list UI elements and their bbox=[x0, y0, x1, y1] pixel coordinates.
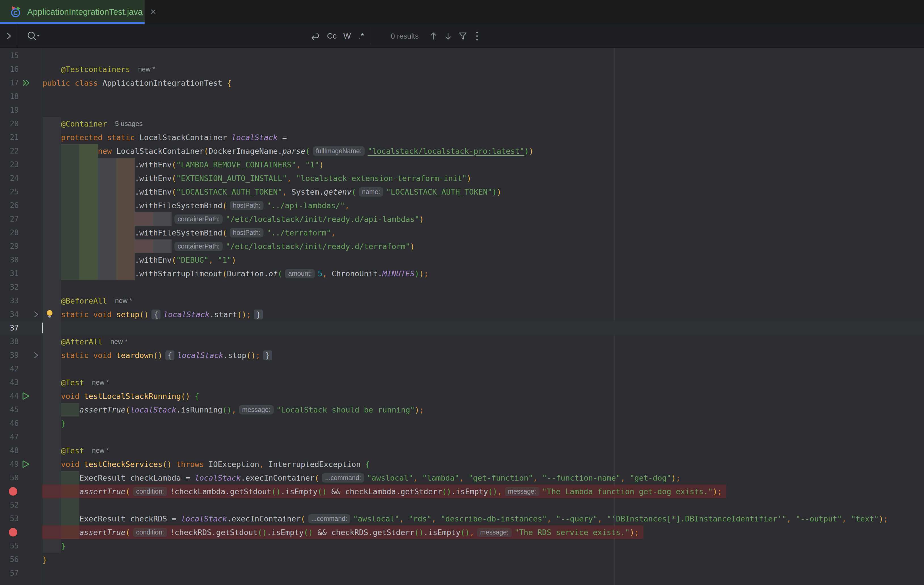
whole-words-toggle[interactable]: W bbox=[340, 24, 354, 48]
line-number[interactable]: 43 bbox=[0, 376, 19, 389]
previous-occurrence-icon[interactable] bbox=[427, 24, 440, 48]
code-line-content[interactable]: public class ApplicationIntegrationTest … bbox=[43, 76, 232, 90]
line-number[interactable]: 29 bbox=[0, 240, 19, 253]
filter-icon[interactable] bbox=[457, 24, 469, 48]
line-number[interactable]: 45 bbox=[0, 403, 19, 416]
line-number[interactable]: 57 bbox=[0, 566, 19, 580]
line-number[interactable]: 32 bbox=[0, 280, 19, 294]
folded-region[interactable]: { bbox=[165, 350, 175, 360]
match-case-toggle[interactable]: Cc bbox=[324, 24, 340, 48]
usage-hint[interactable]: new * bbox=[115, 297, 132, 305]
line-number[interactable]: 21 bbox=[0, 131, 19, 144]
code-line-content[interactable]: .withFileSystemBind(hostPath:"../api-lam… bbox=[43, 198, 350, 212]
regex-toggle[interactable]: .* bbox=[355, 24, 368, 48]
line-number[interactable]: 37 bbox=[0, 321, 19, 335]
search-icon[interactable] bbox=[26, 24, 41, 48]
run-class-button[interactable] bbox=[21, 78, 31, 88]
run-test-button[interactable] bbox=[21, 459, 31, 469]
folded-region[interactable]: } bbox=[254, 309, 263, 319]
code-line-content[interactable]: .withEnv("LAMBDA_REMOVE_CONTAINERS", "1"… bbox=[43, 158, 324, 171]
line-number[interactable]: 19 bbox=[0, 103, 19, 117]
code-line-content[interactable]: containerPath:"/etc/localstack/init/read… bbox=[43, 240, 415, 253]
code-line-content[interactable]: ExecResult checkLambda = localStack.exec… bbox=[43, 471, 680, 484]
code-line-content[interactable]: assertTrue(condition:!checkLambda.getStd… bbox=[43, 484, 722, 498]
code-line-content[interactable]: .withEnv("EXTENSION_AUTO_INSTALL", "loca… bbox=[43, 171, 471, 185]
code-line-content[interactable]: void testLocalStackRunning() { bbox=[43, 389, 200, 403]
code-line-content[interactable]: @Container5 usages bbox=[43, 117, 143, 131]
code-line-content[interactable]: @AfterAllnew * bbox=[43, 335, 127, 349]
line-number[interactable]: 18 bbox=[0, 90, 19, 103]
line-number[interactable]: 17 bbox=[0, 76, 19, 90]
line-number[interactable]: 55 bbox=[0, 539, 19, 553]
line-number[interactable]: 49 bbox=[0, 457, 19, 471]
line-number[interactable]: 44 bbox=[0, 389, 19, 403]
line-number[interactable]: 15 bbox=[0, 49, 19, 63]
code-line-content[interactable]: .withEnv("DEBUG", "1") bbox=[43, 253, 236, 267]
tab-application-integration-test[interactable]: C ApplicationIntegrationTest.java ✕ bbox=[0, 0, 145, 24]
usage-hint[interactable]: new * bbox=[138, 65, 155, 73]
code-token: "/etc/localstack/init/ready.d/terraform" bbox=[226, 242, 410, 251]
code-line-content[interactable]: void testCheckServices() throws IOExcept… bbox=[43, 457, 370, 471]
code-line-content[interactable]: new LocalStackContainer(DockerImageName.… bbox=[43, 144, 533, 158]
code-line-content[interactable]: .withFileSystemBind(hostPath:"../terrafo… bbox=[43, 226, 335, 240]
code-line-content[interactable]: containerPath:"/etc/localstack/init/read… bbox=[43, 212, 424, 226]
line-number[interactable]: 26 bbox=[0, 198, 19, 212]
next-occurrence-icon[interactable] bbox=[442, 24, 454, 48]
code-line-content[interactable]: } bbox=[43, 539, 66, 553]
code-line-content[interactable]: ExecResult checkRDS = localStack.execInC… bbox=[43, 512, 888, 526]
code-line-content[interactable]: assertTrue(condition:!checkRDS.getStdout… bbox=[43, 526, 639, 539]
code-line-content[interactable]: } bbox=[43, 553, 47, 566]
line-number[interactable]: 39 bbox=[0, 349, 19, 362]
folded-region[interactable]: { bbox=[152, 309, 160, 319]
line-number[interactable]: 47 bbox=[0, 430, 19, 444]
fold-toggle-icon[interactable] bbox=[32, 351, 42, 360]
code-line-content[interactable]: static void teardown(){localStack.stop()… bbox=[43, 349, 275, 362]
breakpoint-dot[interactable] bbox=[9, 528, 17, 537]
search-input[interactable] bbox=[45, 28, 296, 45]
usage-hint[interactable]: new * bbox=[111, 338, 127, 345]
tab-close-icon[interactable]: ✕ bbox=[150, 8, 157, 16]
code-line-content[interactable]: @BeforeAllnew * bbox=[43, 294, 132, 307]
line-number[interactable]: 48 bbox=[0, 444, 19, 457]
line-number[interactable]: 16 bbox=[0, 63, 19, 76]
line-number[interactable]: 25 bbox=[0, 185, 19, 198]
line-number[interactable]: 22 bbox=[0, 144, 19, 158]
folded-region[interactable]: } bbox=[263, 350, 272, 360]
code-line-content[interactable]: static void setup(){localStack.start();} bbox=[43, 307, 266, 321]
line-number[interactable]: 34 bbox=[0, 307, 19, 321]
fold-toggle-icon[interactable] bbox=[32, 311, 42, 319]
line-number[interactable]: 20 bbox=[0, 117, 19, 131]
line-number[interactable]: 28 bbox=[0, 226, 19, 240]
run-test-button[interactable] bbox=[21, 392, 31, 401]
code-line-content[interactable]: assertTrue(localStack.isRunning(),messag… bbox=[43, 403, 424, 416]
line-number[interactable]: 56 bbox=[0, 553, 19, 566]
line-number[interactable]: 50 bbox=[0, 471, 19, 484]
line-number[interactable]: 31 bbox=[0, 267, 19, 280]
line-number[interactable]: 52 bbox=[0, 498, 19, 512]
code-token: "--query" bbox=[551, 514, 597, 523]
usage-hint[interactable]: 5 usages bbox=[115, 120, 143, 128]
line-number[interactable]: 30 bbox=[0, 253, 19, 267]
line-number[interactable]: 46 bbox=[0, 416, 19, 430]
more-options-icon[interactable] bbox=[471, 24, 483, 48]
code-line-content[interactable]: .withStartupTimeout(Duration.of(amount:5… bbox=[43, 267, 429, 280]
usage-hint[interactable]: new * bbox=[92, 446, 109, 454]
line-number[interactable]: 24 bbox=[0, 171, 19, 185]
line-number[interactable]: 27 bbox=[0, 212, 19, 226]
insert-newline-icon[interactable] bbox=[308, 24, 322, 48]
line-number[interactable]: 42 bbox=[0, 362, 19, 376]
line-number[interactable]: 53 bbox=[0, 512, 19, 526]
code-line-content[interactable]: .withEnv("LOCALSTACK_AUTH_TOKEN", System… bbox=[43, 185, 502, 198]
usage-hint[interactable]: new * bbox=[92, 378, 109, 387]
line-number[interactable]: 23 bbox=[0, 158, 19, 171]
code-line-content[interactable]: @Testcontainersnew * bbox=[43, 63, 155, 76]
line-number[interactable]: 33 bbox=[0, 294, 19, 307]
code-line-content[interactable]: protected static LocalStackContainer loc… bbox=[43, 131, 287, 144]
breakpoint-dot[interactable] bbox=[9, 487, 17, 496]
line-number[interactable]: 38 bbox=[0, 335, 19, 349]
code-line-content[interactable]: @Testnew * bbox=[43, 444, 109, 457]
code-editor[interactable]: 1516 @Testcontainersnew *17public class … bbox=[0, 48, 924, 585]
code-line-content[interactable]: } bbox=[43, 416, 66, 430]
expand-search-icon[interactable] bbox=[4, 24, 13, 48]
code-line-content[interactable]: @Testnew * bbox=[43, 376, 109, 389]
